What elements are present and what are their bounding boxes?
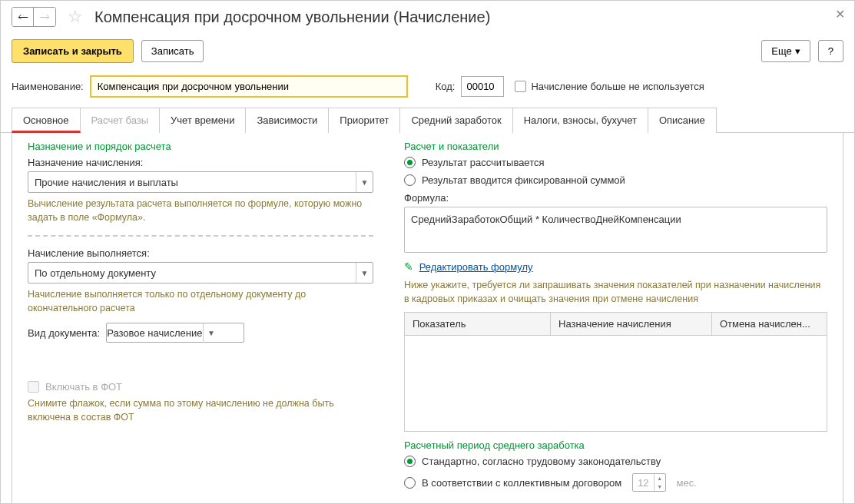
formula-label: Формула: xyxy=(404,192,827,204)
edit-formula-link[interactable]: Редактировать формулу xyxy=(419,261,533,273)
nav-back-button[interactable]: 🡐 xyxy=(12,8,34,26)
radio-result-calc-label: Результат рассчитывается xyxy=(422,157,545,168)
section-calc-title: Расчет и показатели xyxy=(404,141,827,152)
tab-main[interactable]: Основное xyxy=(12,108,81,133)
tab-time[interactable]: Учет времени xyxy=(159,108,246,133)
months-spinner[interactable]: 12 ▲ ▼ xyxy=(632,473,665,492)
tab-description[interactable]: Описание xyxy=(648,108,717,133)
section-purpose-title: Назначение и порядок расчета xyxy=(28,141,373,152)
indicators-info: Ниже укажите, требуется ли запрашивать з… xyxy=(404,279,827,306)
tab-priority[interactable]: Приоритет xyxy=(328,108,400,133)
favorite-star-icon[interactable]: ☆ xyxy=(67,8,84,25)
purpose-select[interactable]: Прочие начисления и выплаты ▼ xyxy=(28,171,373,193)
name-input[interactable] xyxy=(90,75,408,98)
save-button[interactable]: Записать xyxy=(141,40,204,62)
tab-avg-earn[interactable]: Средний заработок xyxy=(399,108,512,133)
purpose-hint: Вычисление результата расчета выполняетс… xyxy=(28,197,373,224)
doc-type-label: Вид документа: xyxy=(28,327,100,339)
radio-result-fixed-label: Результат вводится фиксированной суммой xyxy=(422,174,625,186)
months-label: мес. xyxy=(677,477,697,489)
nav-buttons: 🡐 🡒 xyxy=(12,7,56,27)
radio-period-coll-label: В соответствии с коллективным договором xyxy=(422,477,621,489)
code-input[interactable] xyxy=(461,76,504,97)
more-button[interactable]: Еще ▾ xyxy=(761,40,810,62)
save-close-button[interactable]: Записать и закрыть xyxy=(12,39,134,63)
nav-forward-button[interactable]: 🡒 xyxy=(34,8,55,26)
not-used-checkbox[interactable] xyxy=(515,81,526,92)
radio-result-calc[interactable] xyxy=(404,157,416,168)
indicators-table-header: Показатель Назначение начисления Отмена … xyxy=(404,312,827,336)
tab-taxes[interactable]: Налоги, взносы, бухучет xyxy=(512,108,648,133)
formula-box[interactable]: СреднийЗаработокОбщий * КоличествоДнейКо… xyxy=(404,207,827,253)
radio-period-std-label: Стандартно, согласно трудовому законодат… xyxy=(422,456,661,467)
code-label: Код: xyxy=(436,81,456,92)
spin-up-icon[interactable]: ▲ xyxy=(655,474,665,482)
pencil-icon: ✎ xyxy=(404,260,413,273)
chevron-down-icon: ▼ xyxy=(356,172,373,192)
exec-label: Начисление выполняется: xyxy=(28,247,373,259)
window-title: Компенсация при досрочном увольнении (На… xyxy=(94,8,490,26)
purpose-label: Назначение начисления: xyxy=(28,157,373,168)
spin-down-icon[interactable]: ▼ xyxy=(655,482,665,491)
include-fot-checkbox xyxy=(28,381,39,393)
exec-select[interactable]: По отдельному документу ▼ xyxy=(28,262,373,284)
indicators-table-body[interactable] xyxy=(404,336,827,432)
help-button[interactable]: ? xyxy=(818,40,843,62)
chevron-down-icon: ▾ xyxy=(795,45,800,57)
chevron-down-icon: ▼ xyxy=(203,323,220,343)
doc-type-select[interactable]: Разовое начисление ▼ xyxy=(106,323,244,343)
period-section-title: Расчетный период среднего заработка xyxy=(404,439,827,451)
not-used-label: Начисление больше не используется xyxy=(531,81,704,92)
exec-hint: Начисление выполняется только по отдельн… xyxy=(28,288,373,315)
fot-hint: Снимите флажок, если сумма по этому начи… xyxy=(28,397,373,424)
th-indicator: Показатель xyxy=(405,313,551,335)
close-icon[interactable]: ✕ xyxy=(835,7,845,22)
th-assign: Назначение начисления xyxy=(551,313,712,335)
include-fot-label: Включать в ФОТ xyxy=(45,381,122,393)
radio-period-std[interactable] xyxy=(404,456,416,467)
th-cancel: Отмена начислен... xyxy=(712,313,827,335)
radio-result-fixed[interactable] xyxy=(404,174,416,186)
tabs: Основное Расчет базы Учет времени Зависи… xyxy=(1,107,854,133)
tab-base-calc[interactable]: Расчет базы xyxy=(80,108,161,133)
chevron-down-icon: ▼ xyxy=(356,263,373,283)
name-label: Наименование: xyxy=(12,81,84,92)
tab-depends[interactable]: Зависимости xyxy=(245,108,329,133)
radio-period-coll[interactable] xyxy=(404,477,416,489)
